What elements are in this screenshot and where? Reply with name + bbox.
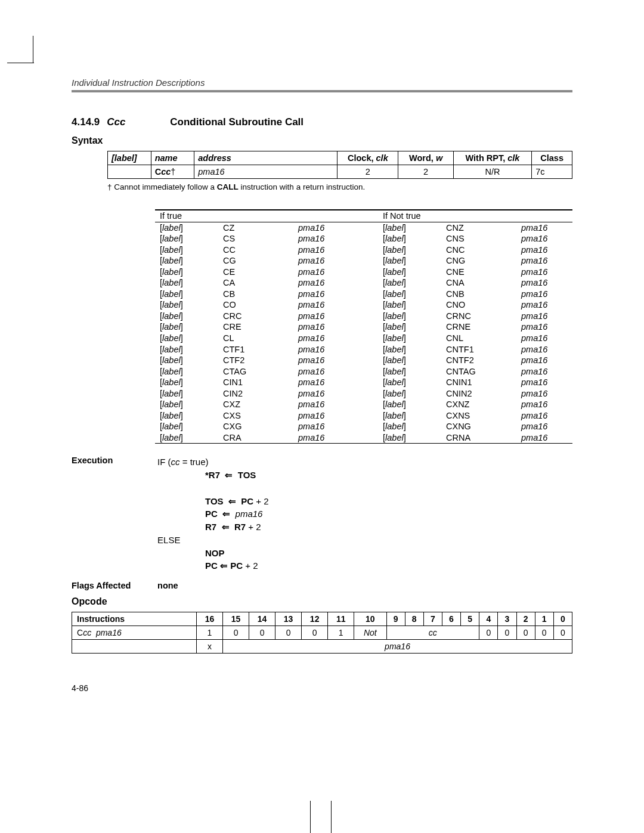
opcode-bit-header: 9: [386, 612, 405, 626]
opcode-bit-header: 8: [405, 612, 423, 626]
running-head: Individual Instruction Descriptions: [72, 78, 572, 88]
dn-pre: † Cannot immediately follow a: [107, 182, 217, 191]
l2b: PC: [241, 496, 253, 506]
opcode-cc: cc: [386, 626, 479, 640]
op-instr-cc: cc: [83, 628, 91, 637]
syn-withrpt: N/R: [453, 165, 531, 179]
flags-value: none: [157, 581, 178, 590]
op-instr-pma: pma16: [96, 628, 122, 637]
if-pre: IF (: [157, 457, 171, 467]
mnemonic-row: [label]CXGpma16[label]CXNGpma16: [155, 421, 572, 432]
opcode-cell: 0: [553, 626, 572, 640]
opcode-instr-header: Instructions: [72, 612, 197, 626]
section-title: Conditional Subroutine Call: [170, 116, 304, 128]
dagger-note: † Cannot immediately follow a CALL instr…: [107, 182, 572, 191]
mn-head-true: If true: [155, 210, 357, 222]
syn-word: 2: [398, 165, 453, 179]
opcode-cell: 0: [498, 626, 516, 640]
mnemonic-row: [label]CEpma16[label]CNEpma16: [155, 267, 572, 278]
arr1: ⇐: [225, 470, 233, 480]
header-rule: [72, 90, 572, 92]
col-clock-it: clk: [376, 153, 388, 163]
section-name-prefix: C: [107, 116, 114, 128]
mnemonic-row: [label]CIN1pma16[label]CNIN1pma16: [155, 377, 572, 388]
l4a: R7: [205, 522, 216, 532]
syntax-table: [label] name address Clock, clk Word, w …: [107, 151, 572, 179]
opcode-bit-header: 6: [442, 612, 460, 626]
execution-body: IF (cc = true) *R7 ⇐ TOS TOS ⇐ PC + 2 PC…: [157, 456, 269, 572]
section-number: 4.14.9: [72, 116, 100, 128]
opcode-cell: 1: [197, 626, 223, 640]
arr4: ⇐: [222, 522, 230, 532]
opcode-bit-header: 3: [498, 612, 516, 626]
syn-address: pma16: [198, 167, 224, 176]
opcode-cell: 0: [275, 626, 302, 640]
else: ELSE: [157, 535, 180, 545]
opcode-bit-header: 13: [275, 612, 302, 626]
mnemonic-row: [label]CTF1pma16[label]CNTF1pma16: [155, 344, 572, 355]
opcode-cell: 0: [302, 626, 328, 640]
mnemonic-row: [label]CSpma16[label]CNSpma16: [155, 233, 572, 244]
l4b: R7: [234, 522, 246, 532]
mnemonic-row: [label]CBpma16[label]CNBpma16: [155, 289, 572, 300]
l4p: + 2: [246, 522, 261, 532]
op-instr-pre: C: [77, 628, 83, 637]
syn-clock: 2: [338, 165, 398, 179]
mnemonic-row: [label]CRCpma16[label]CRNCpma16: [155, 311, 572, 322]
execution-label: Execution: [72, 456, 155, 465]
col-word-it: w: [436, 153, 442, 163]
opcode-bit-header: 2: [516, 612, 535, 626]
mnemonic-row: [label]CGpma16[label]CNGpma16: [155, 255, 572, 267]
mnemonic-row: [label]CCpma16[label]CNCpma16: [155, 244, 572, 256]
mnemonic-row: [label]CXSpma16[label]CXNSpma16: [155, 410, 572, 422]
syn-name-pre: C: [155, 167, 161, 176]
mnemonic-row: [label]CXZpma16[label]CXNZpma16: [155, 399, 572, 410]
opcode-bit-header: 0: [553, 612, 572, 626]
arr2: ⇐: [228, 496, 236, 506]
nop: NOP: [157, 548, 225, 558]
l3b: pma16: [236, 509, 263, 519]
l5p: + 2: [243, 561, 258, 571]
l1a: *R7: [205, 470, 220, 480]
mnemonic-row: [label]CIN2pma16[label]CNIN2pma16: [155, 388, 572, 400]
flags-label: Flags Affected: [72, 581, 155, 590]
l2p: + 2: [253, 496, 268, 506]
col-address: address: [198, 153, 231, 163]
col-withrpt: With RPT: [466, 153, 503, 163]
mnemonic-row: [label]COpma16[label]CNOpma16: [155, 299, 572, 311]
mnemonic-row: [label]CRApma16[label]CRNApma16: [155, 432, 572, 444]
l1b: TOS: [238, 470, 256, 480]
section-name-suffix: cc: [114, 116, 126, 128]
opcode-not: Not: [354, 626, 386, 640]
opcode-bit-header: 7: [423, 612, 442, 626]
mnemonic-row: [label]CApma16[label]CNApma16: [155, 277, 572, 289]
opcode-cell: 0: [516, 626, 535, 640]
mnemonic-row: [label]CZpma16[label]CNZpma16: [155, 222, 572, 233]
arr5: ⇐: [220, 561, 228, 571]
opcode-cell: 0: [479, 626, 498, 640]
opcode-cell: 0: [223, 626, 249, 640]
syntax-heading: Syntax: [72, 135, 572, 146]
opcode-bit-header: 14: [249, 612, 275, 626]
mnemonic-row: [label]CREpma16[label]CRNEpma16: [155, 321, 572, 333]
col-class: Class: [540, 153, 564, 163]
mnemonic-row: [label]CLpma16[label]CNLpma16: [155, 333, 572, 344]
mn-head-false: If Not true: [378, 210, 572, 222]
col-word: Word: [409, 153, 431, 163]
opcode-bit-header: 10: [354, 612, 386, 626]
opcode-bit-header: 4: [479, 612, 498, 626]
section-heading: 4.14.9 Ccc Conditional Subroutine Call: [72, 116, 572, 128]
dn-bold: CALL: [217, 182, 239, 191]
syn-dagger: †: [171, 167, 175, 176]
col-clock: Clock: [348, 153, 371, 163]
opcode-bit-header: 1: [535, 612, 553, 626]
opcode-cell: 0: [249, 626, 275, 640]
arr3: ⇐: [222, 509, 230, 519]
if-var: cc: [171, 457, 180, 467]
page-number: 4-86: [72, 683, 572, 693]
syn-name-suf: cc: [161, 167, 171, 176]
opcode-bit-header: 15: [223, 612, 249, 626]
if-post: = true): [180, 457, 209, 467]
syn-class: 7c: [532, 165, 572, 179]
opcode-bit-header: 12: [302, 612, 328, 626]
